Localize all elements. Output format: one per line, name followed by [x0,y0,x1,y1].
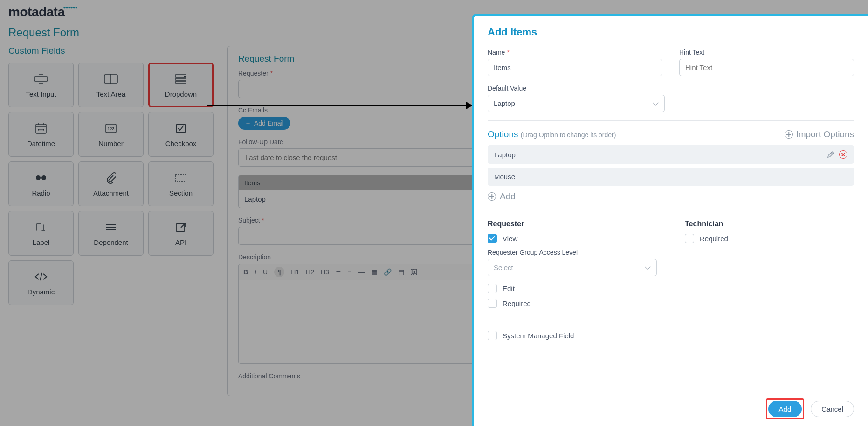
add-items-panel: Add Items Name * Hint Text Default Value… [472,14,868,426]
group-access-label: Requester Group Access Level [488,249,657,256]
name-input[interactable] [488,59,662,76]
options-heading: Options (Drag Option to change its order… [488,129,616,140]
option-label: Laptop [494,151,516,159]
delete-icon[interactable] [839,150,847,159]
edit-checkbox[interactable] [488,284,497,293]
edit-icon[interactable] [827,151,834,158]
view-checkbox[interactable] [488,234,497,243]
required-checkbox[interactable] [488,299,497,308]
edit-label: Edit [503,285,515,293]
panel-title: Add Items [488,26,854,38]
option-label: Mouse [494,173,515,181]
cancel-button[interactable]: Cancel [811,401,854,417]
hint-label: Hint Text [679,49,854,56]
option-item[interactable]: Laptop [488,145,854,164]
required-label: Required [503,300,531,307]
technician-heading: Technician [685,220,854,228]
import-options-link[interactable]: Import Options [785,129,854,140]
add-button[interactable]: Add [768,401,802,417]
tech-required-checkbox[interactable] [685,234,694,243]
name-label: Name * [488,49,662,56]
group-access-select[interactable]: Select [488,259,657,276]
add-option-link[interactable]: Add [488,191,516,202]
plus-circle-icon [488,192,496,201]
add-button-highlight: Add [766,398,805,419]
system-managed-label: System Managed Field [503,332,574,340]
requester-heading: Requester [488,220,657,228]
option-item[interactable]: Mouse [488,168,854,186]
plus-circle-icon [785,130,793,139]
tech-required-label: Required [700,235,728,243]
default-value-select[interactable]: Laptop [488,95,665,112]
annotation-arrow [207,105,468,106]
default-value-label: Default Value [488,84,665,92]
view-label: View [503,235,517,243]
hint-input[interactable] [679,59,854,76]
system-managed-checkbox[interactable] [488,331,497,340]
